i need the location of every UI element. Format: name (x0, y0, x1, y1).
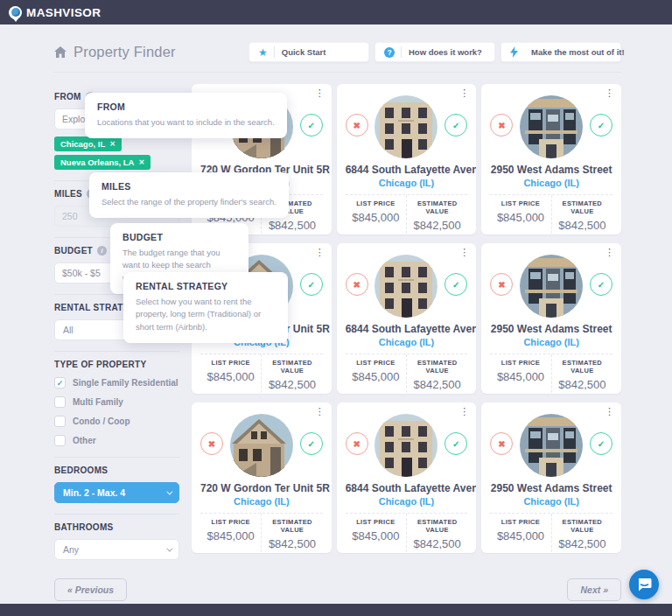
reject-property-button[interactable]: ✖ (490, 114, 513, 136)
property-address[interactable]: 720 W Gordon Ter Unit 5R (200, 482, 323, 494)
property-city-link[interactable]: Chicago (IL) (346, 178, 468, 188)
make-most-label: Make the most out of it! (531, 47, 625, 57)
property-address[interactable]: 2950 West Adams Street (490, 164, 612, 176)
checkbox-multi-family[interactable]: ✓ Multi Family (54, 396, 179, 408)
accept-property-button[interactable]: ✓ (444, 114, 467, 136)
reject-property-button[interactable]: ✖ (200, 432, 223, 455)
bathrooms-value: Any (63, 544, 79, 555)
app-header: MASHVISOR (0, 0, 672, 24)
estimated-value: $842,500 (262, 537, 322, 550)
card-menu-icon[interactable]: ⋮ (315, 407, 325, 416)
reject-property-button[interactable]: ✖ (490, 432, 513, 455)
chip-remove-icon[interactable]: ✕ (138, 158, 144, 166)
miles-label: MILES (54, 189, 82, 199)
accept-property-button[interactable]: ✓ (300, 273, 323, 296)
budget-label: BUDGET (54, 246, 93, 256)
bedrooms-select[interactable]: Min. 2 - Max. 4 (54, 482, 179, 503)
make-most-button[interactable]: Make the most out of it! (500, 42, 621, 62)
accept-property-button[interactable]: ✓ (590, 432, 612, 455)
property-address[interactable]: 6844 South Lafayette Avenue (346, 482, 468, 494)
list-price-label: LIST PRICE (346, 518, 406, 526)
budget-info-icon[interactable]: i (97, 246, 107, 256)
checkbox-label: Single Family Residential (73, 378, 178, 388)
checkbox-condo-coop[interactable]: ✓ Condo / Coop (54, 416, 179, 427)
property-card: ⋮ ✖ (481, 84, 621, 234)
rental-strategy-tooltip: RENTAL STRATEGY Select how you want to r… (123, 272, 288, 343)
accept-property-button[interactable]: ✓ (300, 432, 323, 455)
price-table: LIST PRICE $845,000 ESTIMATED VALUE $842… (346, 513, 468, 553)
price-table: LIST PRICE $845,000 ESTIMATED VALUE $842… (200, 513, 323, 553)
tooltip-text: Select the range of the property finder'… (102, 196, 276, 208)
question-icon: ? (384, 47, 395, 58)
property-address[interactable]: 6844 South Lafayette Avenue (346, 164, 468, 176)
property-city-link[interactable]: Chicago (IL) (490, 496, 612, 507)
card-menu-icon[interactable]: ⋮ (315, 248, 325, 257)
price-table: LIST PRICE $845,000 ESTIMATED VALUE $842… (346, 194, 468, 234)
card-menu-icon[interactable]: ⋮ (605, 407, 614, 416)
property-city-link[interactable]: Chicago (IL) (346, 337, 468, 347)
from-label: FROM (54, 92, 81, 102)
estimated-value: $842,500 (262, 378, 322, 391)
accept-property-button[interactable]: ✓ (444, 273, 467, 296)
page-toolbar: Property Finder ★ Quick Start ? How does… (54, 42, 621, 73)
reject-property-button[interactable]: ✖ (346, 114, 368, 136)
lightning-icon (510, 46, 518, 58)
card-menu-icon[interactable]: ⋮ (459, 248, 469, 257)
how-it-works-label: How does it work? (409, 47, 482, 57)
card-menu-icon[interactable]: ⋮ (315, 88, 325, 98)
type-of-property-section: TYPE OF PROPERTY ✓ Single Family Residen… (54, 351, 179, 457)
property-city-link[interactable]: Chicago (IL) (490, 337, 612, 347)
card-menu-icon[interactable]: ⋮ (605, 248, 614, 257)
chat-launcher-button[interactable] (629, 570, 659, 599)
checkbox-single-family[interactable]: ✓ Single Family Residential (54, 377, 179, 388)
location-chip[interactable]: Nueva Orleans, LA ✕ (54, 155, 150, 170)
quick-start-button[interactable]: ★ Quick Start (248, 42, 369, 62)
reject-property-button[interactable]: ✖ (346, 273, 368, 296)
property-address[interactable]: 2950 West Adams Street (490, 323, 612, 335)
property-address[interactable]: 2950 West Adams Street (490, 482, 612, 494)
next-button[interactable]: Next » (567, 578, 621, 601)
checkbox-other[interactable]: ✓ Other (54, 435, 179, 446)
list-price-value: $845,000 (346, 529, 406, 542)
mashvisor-pin-icon (9, 6, 22, 19)
property-city-link[interactable]: Chicago (IL) (490, 178, 612, 188)
miles-tooltip: MILES Select the range of the property f… (89, 172, 289, 218)
bathrooms-select[interactable]: Any (54, 539, 179, 560)
tooltip-title: MILES (102, 181, 276, 192)
list-price-value: $845,000 (346, 370, 406, 383)
estimated-value: $842,500 (262, 219, 322, 232)
bedrooms-section: BEDROOMS Min. 2 - Max. 4 (54, 457, 179, 514)
accept-property-button[interactable]: ✓ (444, 432, 467, 455)
estimated-value: $842,500 (407, 219, 467, 232)
bathrooms-label: BATHROOMS (54, 522, 114, 532)
star-icon: ★ (258, 47, 268, 58)
location-chip[interactable]: Chicago, IL ✕ (54, 136, 122, 151)
accept-property-button[interactable]: ✓ (590, 273, 612, 296)
card-menu-icon[interactable]: ⋮ (459, 407, 469, 416)
previous-button[interactable]: « Previous (54, 578, 127, 601)
reject-property-button[interactable]: ✖ (346, 432, 368, 455)
how-it-works-button[interactable]: ? How does it work? (374, 42, 495, 62)
property-photo (520, 255, 583, 318)
logo-text: MASHVISOR (26, 6, 101, 19)
chevron-down-icon (166, 545, 172, 551)
list-price-value: $845,000 (346, 211, 406, 224)
reject-property-button[interactable]: ✖ (490, 273, 513, 296)
card-menu-icon[interactable]: ⋮ (605, 88, 614, 98)
checkbox-icon: ✓ (54, 377, 66, 388)
pagination: « Previous Next » (54, 578, 621, 601)
mashvisor-logo[interactable]: MASHVISOR (9, 6, 101, 19)
accept-property-button[interactable]: ✓ (300, 114, 323, 136)
chip-remove-icon[interactable]: ✕ (109, 140, 116, 148)
quick-start-label: Quick Start (282, 47, 326, 57)
property-address[interactable]: 6844 South Lafayette Avenue (346, 323, 468, 335)
checkbox-label: Multi Family (73, 397, 123, 407)
accept-property-button[interactable]: ✓ (590, 114, 612, 136)
card-menu-icon[interactable]: ⋮ (459, 88, 469, 98)
property-city-link[interactable]: Chicago (IL) (200, 496, 323, 507)
property-card: ⋮ ✖ (481, 243, 621, 394)
price-table: LIST PRICE $845,000 ESTIMATED VALUE $842… (200, 354, 323, 394)
property-city-link[interactable]: Chicago (IL) (346, 496, 468, 507)
estimated-value: $842,500 (552, 378, 612, 391)
checkbox-icon: ✓ (54, 396, 66, 408)
